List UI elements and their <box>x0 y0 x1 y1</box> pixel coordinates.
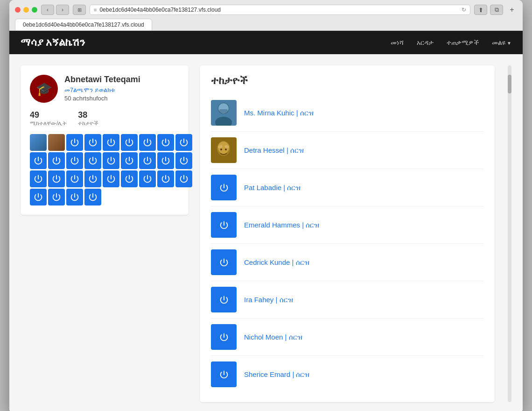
grid-item[interactable] <box>139 170 156 187</box>
follower-name-link[interactable]: Emerald Hammes | ሰርዝ <box>244 221 319 229</box>
power-icon <box>84 170 101 187</box>
list-item: Pat Labadie | ሰርዝ <box>211 169 483 206</box>
left-panel: 🎓 Abnetawi Teteqami መ7ልጫሞን ይወልክቱ 50 achr… <box>21 65 189 402</box>
power-icon <box>66 152 83 169</box>
grid-item[interactable] <box>48 134 65 151</box>
power-icon <box>84 152 101 169</box>
svg-point-10 <box>220 149 222 150</box>
grid-item[interactable] <box>48 152 65 169</box>
minimize-button[interactable] <box>23 7 29 13</box>
power-icon <box>121 170 138 187</box>
grid-item[interactable] <box>175 152 192 169</box>
follower-name-link[interactable]: Pat Labadie | ሰርዝ <box>244 184 301 192</box>
grid-item[interactable] <box>30 134 47 151</box>
power-icon <box>211 175 237 200</box>
grid-item[interactable] <box>48 170 65 187</box>
follower-name-link[interactable]: Sherice Emard | ሰርዝ <box>244 370 309 379</box>
follower-name-link[interactable]: Nichol Moen | ሰርዝ <box>244 333 302 341</box>
back-button[interactable]: ‹ <box>41 5 54 15</box>
address-bar[interactable]: ≡ 0ebe1dc6d40e4a4bb06e0ca7fe138127.vfs.c… <box>90 5 470 15</box>
grid-item[interactable] <box>103 170 119 187</box>
new-tab-button[interactable]: ⧉ <box>490 5 503 15</box>
grid-item[interactable] <box>66 134 83 151</box>
list-item: Emerald Hammes | ሰርዝ <box>211 206 483 244</box>
svg-point-11 <box>225 149 227 150</box>
profile-header: 🎓 Abnetawi Teteqami መ7ልጫሞን ይወልክቱ 50 achr… <box>30 75 179 103</box>
follower-avatar <box>211 249 237 275</box>
grid-item[interactable] <box>30 170 47 187</box>
grid-item[interactable] <box>84 152 101 169</box>
browser-chrome: ‹ › ⊞ ≡ 0ebe1dc6d40e4a4bb06e0ca7fe138127… <box>9 0 523 31</box>
stat-following-number: 49 <box>30 110 67 120</box>
reload-button[interactable]: ↻ <box>462 7 466 13</box>
browser-window: ‹ › ⊞ ≡ 0ebe1dc6d40e4a4bb06e0ca7fe138127… <box>9 0 523 411</box>
grid-item[interactable] <box>121 152 138 169</box>
grid-item[interactable] <box>30 152 47 169</box>
profile-stats: 49 ሚከተለቸው/ሊት 38 ተከታዮች <box>30 110 179 127</box>
navbar: ማሳያ አኝልኬሽን መነሻ አርዳታ ተጠቃሚዎች መልዩ <box>9 31 523 54</box>
follower-avatar <box>211 324 237 350</box>
tab-overview-button[interactable]: ⊞ <box>73 5 86 15</box>
power-icon <box>66 189 83 206</box>
nav-link-data[interactable]: አርዳታ <box>417 39 434 47</box>
scrollbar-thumb[interactable] <box>508 75 511 93</box>
power-icon <box>139 152 156 169</box>
stat-following-label: ሚከተለቸው/ሊት <box>30 120 67 127</box>
grid-item[interactable] <box>84 170 101 187</box>
avatar-grid <box>30 134 179 206</box>
follower-name-link[interactable]: Ms. Mirna Kuhic | ሰርዝ <box>244 109 314 117</box>
grid-item[interactable] <box>66 170 83 187</box>
grid-item[interactable] <box>157 152 174 169</box>
nav-link-users[interactable]: ተጠቃሚዎች <box>447 39 479 47</box>
list-item: Nichol Moen | ሰርዝ <box>211 319 483 356</box>
grid-item[interactable] <box>48 189 65 206</box>
share-button[interactable]: ⬆ <box>474 5 487 15</box>
stat-followers: 38 ተከታዮች <box>78 110 98 127</box>
stat-following: 49 ሚከተለቸው/ሊት <box>30 110 67 127</box>
right-panel: ተከታዮች Ms. <box>200 65 495 402</box>
follower-avatar <box>211 100 237 126</box>
grid-item[interactable] <box>66 189 83 206</box>
grid-item[interactable] <box>103 152 119 169</box>
follower-name-link[interactable]: Detra Hessel | ሰርዝ <box>244 146 304 155</box>
follower-name-link[interactable]: Cedrick Kunde | ሰርዝ <box>244 258 309 267</box>
power-icon <box>211 361 237 387</box>
grid-item[interactable] <box>66 152 83 169</box>
add-tab-button[interactable]: + <box>507 5 517 15</box>
grid-item[interactable] <box>121 134 138 151</box>
power-icon <box>211 324 237 350</box>
grid-item[interactable] <box>84 189 101 206</box>
power-icon <box>30 189 47 206</box>
grid-item[interactable] <box>30 189 47 206</box>
grid-item[interactable] <box>175 170 192 187</box>
maximize-button[interactable] <box>32 7 37 13</box>
grid-item[interactable] <box>157 134 174 151</box>
followers-section: ተከታዮች Ms. <box>200 65 495 402</box>
close-button[interactable] <box>15 7 21 13</box>
power-icon <box>84 189 101 206</box>
nav-link-more[interactable]: መልዩ <box>492 39 511 47</box>
traffic-lights <box>15 7 37 13</box>
profile-card: 🎓 Abnetawi Teteqami መ7ልጫሞን ይወልክቱ 50 achr… <box>21 65 189 215</box>
list-item: Detra Hessel | ሰርዝ <box>211 132 483 169</box>
power-icon <box>139 170 156 187</box>
grid-item[interactable] <box>84 134 101 151</box>
forward-button[interactable]: › <box>56 5 69 15</box>
power-icon <box>211 249 237 275</box>
grid-item[interactable] <box>175 134 192 151</box>
grid-item[interactable] <box>103 134 119 151</box>
grid-item[interactable] <box>121 170 138 187</box>
grid-item[interactable] <box>157 170 174 187</box>
navbar-brand: ማሳያ አኝልኬሽን <box>21 36 391 49</box>
grid-item[interactable] <box>139 152 156 169</box>
lock-icon: ≡ <box>94 7 97 13</box>
scrollbar[interactable] <box>508 65 511 402</box>
follower-avatar <box>211 137 237 163</box>
active-tab[interactable]: 0ebe1dc6d40e4a4bb06e0ca7fe138127.vfs.clo… <box>15 19 152 30</box>
power-icon <box>48 170 65 187</box>
list-item: Sherice Emard | ሰርዝ <box>211 356 483 393</box>
follower-name-link[interactable]: Ira Fahey | ሰርዝ <box>244 296 293 304</box>
power-icon <box>48 152 65 169</box>
grid-item[interactable] <box>139 134 156 151</box>
nav-link-home[interactable]: መነሻ <box>391 39 404 47</box>
